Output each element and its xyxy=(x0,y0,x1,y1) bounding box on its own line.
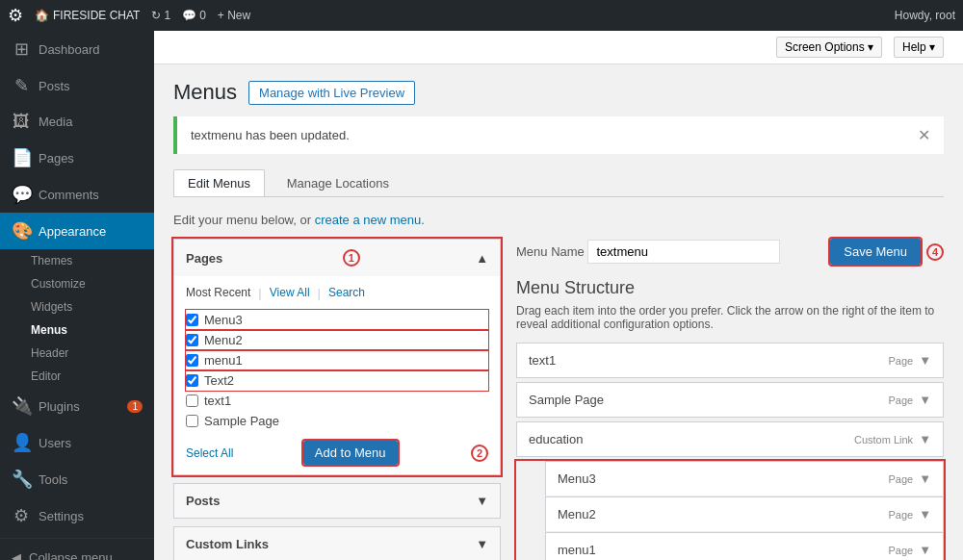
pages-chevron-icon: ▲ xyxy=(476,251,488,266)
page-checkbox-text1[interactable] xyxy=(186,395,198,407)
top-bar: Screen Options ▾ Help ▾ xyxy=(154,31,963,64)
menu-item-menu1-label: menu1 xyxy=(558,543,596,557)
sidebar-item-media[interactable]: 🖼 Media xyxy=(0,104,154,140)
create-new-menu-link[interactable]: create a new menu xyxy=(315,213,422,227)
menu-item-sample-chevron[interactable]: ▼ xyxy=(919,393,931,407)
page-label-text2: Text2 xyxy=(204,373,234,388)
tab-view-all[interactable]: View All xyxy=(270,286,310,300)
submenu-header[interactable]: Header xyxy=(0,342,154,365)
sidebar-item-users[interactable]: 👤 Users xyxy=(0,424,154,461)
submenu-editor[interactable]: Editor xyxy=(0,365,154,388)
menu-item-menu2-type: Page xyxy=(888,509,913,521)
page-checkbox-menu2[interactable] xyxy=(186,334,198,346)
page-item-text1: text1 xyxy=(186,391,488,411)
page-checkbox-sample[interactable] xyxy=(186,415,198,427)
sidebar-item-settings[interactable]: ⚙ Settings xyxy=(0,497,154,534)
plugins-icon: 🔌 xyxy=(12,395,31,417)
menu-item-menu1: menu1 Page ▼ xyxy=(545,532,944,560)
sidebar-item-dashboard[interactable]: ⊞ Dashboard xyxy=(0,31,154,67)
dashboard-icon: ⊞ xyxy=(12,38,31,60)
admin-bar: ⚙ 🏠 FIRESIDE CHAT ↻ 1 💬 0 + New Howdy, r… xyxy=(0,0,963,31)
sidebar-item-plugins[interactable]: 🔌 Plugins 1 xyxy=(0,388,154,424)
sidebar-item-pages[interactable]: 📄 Pages xyxy=(0,140,154,176)
sidebar-item-posts[interactable]: ✎ Posts xyxy=(0,67,154,104)
submenu-customize[interactable]: Customize xyxy=(0,272,154,295)
sidebar-collapse-button[interactable]: ◀ Collapse menu xyxy=(0,543,154,560)
help-button[interactable]: Help ▾ xyxy=(894,37,944,58)
updates-item[interactable]: ↻ 1 xyxy=(151,9,170,22)
menu-item-menu2-label: Menu2 xyxy=(558,507,596,522)
add-to-menu-button[interactable]: Add to Menu xyxy=(303,441,398,465)
page-item-menu2: Menu2 xyxy=(186,330,488,350)
marker-1: 1 xyxy=(343,249,360,267)
sidebar-item-appearance[interactable]: 🎨 Appearance xyxy=(0,213,154,249)
menu-item-education: education Custom Link ▼ xyxy=(516,421,944,457)
pages-bottom-row: Select All Add to Menu 2 xyxy=(186,441,488,465)
pages-accordion: Pages 1 ▲ Most Recent | View All | S xyxy=(173,239,501,475)
marker-2: 2 xyxy=(471,445,488,462)
menu-item-education-type: Custom Link xyxy=(854,434,913,445)
updates-icon: ↻ xyxy=(151,9,161,22)
page-heading: Menus Manage with Live Preview xyxy=(173,80,944,105)
settings-icon: ⚙ xyxy=(12,505,31,526)
tools-icon: 🔧 xyxy=(12,469,31,490)
page-checkbox-menu1[interactable] xyxy=(186,354,198,367)
pages-accordion-header[interactable]: Pages 1 ▲ xyxy=(174,240,500,276)
sidebar-item-tools[interactable]: 🔧 Tools xyxy=(0,461,154,497)
page-item-text2: Text2 xyxy=(186,370,488,391)
page-label-menu1: menu1 xyxy=(204,353,243,368)
screen-options-button[interactable]: Screen Options ▾ xyxy=(776,37,882,58)
notice-dismiss-button[interactable]: ✕ xyxy=(918,126,930,144)
wp-logo-icon[interactable]: ⚙ xyxy=(8,5,23,26)
page-title: Menus xyxy=(173,80,237,105)
select-all-link[interactable]: Select All xyxy=(186,446,233,460)
appearance-icon: 🎨 xyxy=(12,220,31,242)
menu-item-menu1-chevron[interactable]: ▼ xyxy=(919,543,931,557)
site-icon: 🏠 xyxy=(35,9,49,22)
tab-manage-locations[interactable]: Manage Locations xyxy=(273,169,403,196)
users-icon: 👤 xyxy=(12,432,31,453)
right-panel: Menu Name Save Menu 4 Menu Structure Dra… xyxy=(516,239,944,560)
menu-item-text1-chevron[interactable]: ▼ xyxy=(919,353,931,368)
pages-tabs-row: Most Recent | View All | Search xyxy=(186,286,488,300)
tab-search[interactable]: Search xyxy=(328,286,365,300)
sidebar-item-comments[interactable]: 💬 Comments xyxy=(0,176,154,213)
tab-edit-menus[interactable]: Edit Menus xyxy=(173,169,265,196)
save-menu-button[interactable]: Save Menu xyxy=(830,239,921,265)
marker-4: 4 xyxy=(926,243,944,261)
menu-item-menu2-chevron[interactable]: ▼ xyxy=(919,507,931,522)
sidebar: ⊞ Dashboard ✎ Posts 🖼 Media 📄 Pages 💬 Co… xyxy=(0,31,154,560)
plugins-badge: 1 xyxy=(127,400,143,413)
menu-item-menu1-type: Page xyxy=(888,545,913,556)
submenu-themes[interactable]: Themes xyxy=(0,249,154,272)
custom-links-accordion-header[interactable]: Custom Links ▼ xyxy=(174,527,500,560)
page-checkbox-text2[interactable] xyxy=(186,374,198,387)
menu-item-sample: Sample Page Page ▼ xyxy=(516,382,944,418)
tabs-wrapper: Edit Menus Manage Locations xyxy=(173,169,944,197)
page-checkbox-menu3[interactable] xyxy=(186,314,198,326)
posts-accordion-header[interactable]: Posts ▼ xyxy=(174,484,500,518)
pages-icon: 📄 xyxy=(12,147,31,168)
submenu-menus[interactable]: Menus xyxy=(0,318,154,342)
menu-item-menu3-chevron[interactable]: ▼ xyxy=(919,471,931,486)
submenu-widgets[interactable]: Widgets xyxy=(0,295,154,318)
menu-structure-heading: Menu Structure xyxy=(516,278,944,298)
menu-name-input[interactable] xyxy=(587,240,780,264)
menu-item-education-chevron[interactable]: ▼ xyxy=(919,432,931,446)
tab-most-recent[interactable]: Most Recent xyxy=(186,286,250,300)
posts-icon: ✎ xyxy=(12,75,31,96)
menu-item-sample-type: Page xyxy=(888,395,913,406)
page-label-menu2: Menu2 xyxy=(204,333,243,347)
custom-links-title: Custom Links xyxy=(186,537,269,551)
success-notice: textmenu has been updated. ✕ xyxy=(173,116,944,154)
menu-structure-hint: Drag each item into the order you prefer… xyxy=(516,304,944,331)
new-content-item[interactable]: + New xyxy=(218,9,250,22)
left-panel: Pages 1 ▲ Most Recent | View All | S xyxy=(173,239,501,560)
comments-item[interactable]: 💬 0 xyxy=(182,9,206,22)
comment-icon: 💬 xyxy=(182,9,196,22)
comments-icon: 💬 xyxy=(12,184,31,205)
manage-live-preview-button[interactable]: Manage with Live Preview xyxy=(248,81,415,105)
pages-accordion-content: Most Recent | View All | Search Menu xyxy=(174,276,500,474)
site-name[interactable]: 🏠 FIRESIDE CHAT xyxy=(35,9,140,22)
custom-links-chevron-icon: ▼ xyxy=(476,537,488,551)
